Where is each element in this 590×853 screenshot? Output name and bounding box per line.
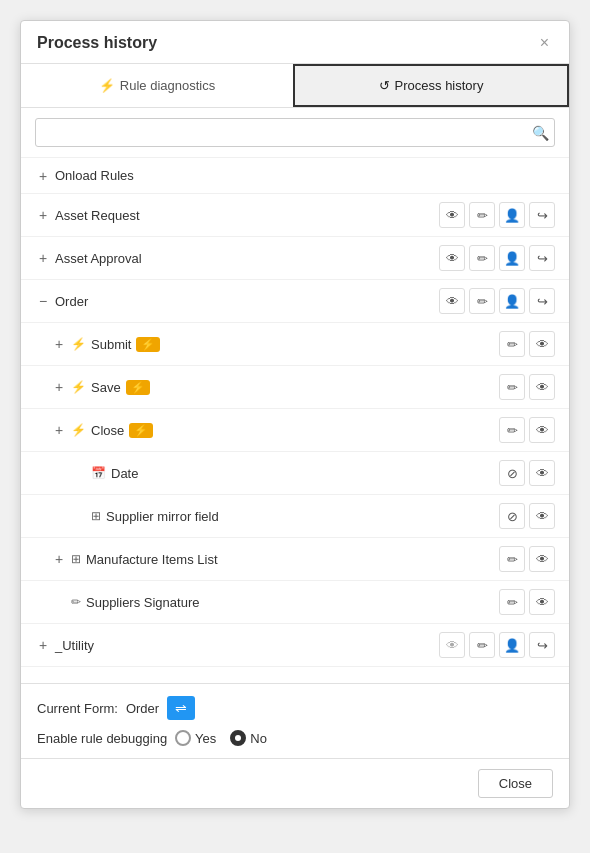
tab-bar: ⚡ Rule diagnostics ↺ Process history	[21, 64, 569, 108]
date-label: 📅 Date	[91, 466, 499, 481]
user-plus-icon[interactable]: 👤	[499, 288, 525, 314]
view-icon[interactable]: 👁	[529, 589, 555, 615]
edit-icon[interactable]: ✏	[469, 245, 495, 271]
grid-icon: ⊞	[71, 552, 81, 566]
close-item-actions: ✏ 👁	[499, 417, 555, 443]
view-icon[interactable]: 👁	[529, 460, 555, 486]
list-item: + Asset Approval 👁 ✏ 👤 ↪	[21, 237, 569, 280]
edit-icon[interactable]: ✏	[469, 288, 495, 314]
manufacture-actions: ✏ 👁	[499, 546, 555, 572]
expand-asset-request[interactable]: +	[35, 207, 51, 223]
edit-icon[interactable]: ✏	[499, 331, 525, 357]
submit-badge: ⚡	[136, 337, 160, 352]
lightning-icon: ⚡	[71, 423, 86, 437]
supplier-mirror-label: ⊞ Supplier mirror field	[91, 509, 499, 524]
expand-submit[interactable]: +	[51, 336, 67, 352]
share-icon[interactable]: ↪	[529, 202, 555, 228]
radio-no-circle	[230, 730, 246, 746]
view-icon[interactable]: 👁	[529, 331, 555, 357]
close-item-label: ⚡ Close ⚡	[71, 423, 499, 438]
expand-manufacture[interactable]: +	[51, 551, 67, 567]
lightning-icon: ⚡	[71, 380, 86, 394]
view-icon[interactable]: 👁	[529, 503, 555, 529]
view-icon[interactable]: 👁	[439, 245, 465, 271]
lightning-icon: ⚡	[71, 337, 86, 351]
view-icon[interactable]: 👁	[529, 546, 555, 572]
edit-icon[interactable]: ✏	[499, 546, 525, 572]
close-badge: ⚡	[129, 423, 153, 438]
radio-group: Yes No	[175, 730, 267, 746]
share-icon[interactable]: ↪	[529, 245, 555, 271]
history-icon: ↺	[379, 78, 390, 93]
list-area: + Onload Rules + Asset Request 👁 ✏ 👤 ↪ +…	[21, 158, 569, 683]
user-plus-icon[interactable]: 👤	[499, 245, 525, 271]
list-item: − Order 👁 ✏ 👤 ↪	[21, 280, 569, 323]
user-plus-icon[interactable]: 👤	[499, 632, 525, 658]
edit-icon[interactable]: ✏	[499, 417, 525, 443]
form-switch-button[interactable]: ⇌	[167, 696, 195, 720]
share-icon[interactable]: ↪	[529, 288, 555, 314]
submit-actions: ✏ 👁	[499, 331, 555, 357]
list-item: + ⚡ Save ⚡ ✏ 👁	[21, 366, 569, 409]
edit-icon[interactable]: ✏	[469, 202, 495, 228]
list-item: + Asset Request 👁 ✏ 👤 ↪	[21, 194, 569, 237]
radio-yes[interactable]: Yes	[175, 730, 216, 746]
list-item: + _Utility 👁 ✏ 👤 ↪	[21, 624, 569, 667]
debug-row: Enable rule debugging Yes No	[37, 730, 553, 746]
expand-asset-approval[interactable]: +	[35, 250, 51, 266]
suppliers-sig-actions: ✏ 👁	[499, 589, 555, 615]
tab-process-history[interactable]: ↺ Process history	[293, 64, 569, 107]
edit-icon[interactable]: ✏	[499, 589, 525, 615]
tab-rule-diagnostics-label: Rule diagnostics	[120, 78, 215, 93]
search-input[interactable]	[35, 118, 555, 147]
asset-approval-label: Asset Approval	[55, 251, 439, 266]
onload-rules-label: Onload Rules	[55, 168, 555, 183]
view-icon[interactable]: 👁	[439, 202, 465, 228]
close-button[interactable]: Close	[478, 769, 553, 798]
list-item: + Onload Rules	[21, 158, 569, 194]
submit-label: ⚡ Submit ⚡	[71, 337, 499, 352]
tab-process-history-label: Process history	[395, 78, 484, 93]
suppliers-sig-label: ✏ Suppliers Signature	[71, 595, 499, 610]
search-bar: 🔍	[21, 108, 569, 158]
list-item: + ⊞ Manufacture Items List ✏ 👁	[21, 538, 569, 581]
date-actions: ⊘ 👁	[499, 460, 555, 486]
calendar-icon: 📅	[91, 466, 106, 480]
save-actions: ✏ 👁	[499, 374, 555, 400]
manufacture-label: ⊞ Manufacture Items List	[71, 552, 499, 567]
edit-icon[interactable]: ✏	[469, 632, 495, 658]
current-form-row: Current Form: Order ⇌	[37, 696, 553, 720]
search-icon[interactable]: 🔍	[532, 125, 549, 141]
view-icon[interactable]: 👁	[439, 288, 465, 314]
asset-request-label: Asset Request	[55, 208, 439, 223]
list-item: + ✏ Suppliers Signature ✏ 👁	[21, 581, 569, 624]
expand-order[interactable]: −	[35, 293, 51, 309]
edit-icon[interactable]: ✏	[499, 374, 525, 400]
ban-icon[interactable]: ⊘	[499, 460, 525, 486]
list-item: + ⊞ Supplier mirror field ⊘ 👁	[21, 495, 569, 538]
lightning-icon: ⚡	[99, 78, 115, 93]
list-item: + ⚡ Submit ⚡ ✏ 👁	[21, 323, 569, 366]
order-actions: 👁 ✏ 👤 ↪	[439, 288, 555, 314]
user-plus-icon[interactable]: 👤	[499, 202, 525, 228]
view-icon[interactable]: 👁	[529, 417, 555, 443]
ban-icon[interactable]: ⊘	[499, 503, 525, 529]
expand-close-item[interactable]: +	[51, 422, 67, 438]
radio-no[interactable]: No	[230, 730, 267, 746]
current-form-value: Order	[126, 701, 159, 716]
eye-slash-icon[interactable]: 👁	[439, 632, 465, 658]
footer-area: Current Form: Order ⇌ Enable rule debugg…	[21, 683, 569, 758]
save-label: ⚡ Save ⚡	[71, 380, 499, 395]
expand-utility[interactable]: +	[35, 637, 51, 653]
expand-onload-rules[interactable]: +	[35, 168, 51, 184]
view-icon[interactable]: 👁	[529, 374, 555, 400]
tab-rule-diagnostics[interactable]: ⚡ Rule diagnostics	[21, 64, 293, 107]
process-history-dialog: Process history × ⚡ Rule diagnostics ↺ P…	[20, 20, 570, 809]
current-form-label: Current Form:	[37, 701, 118, 716]
close-x-button[interactable]: ×	[536, 33, 553, 53]
dialog-title: Process history	[37, 34, 157, 52]
debug-label: Enable rule debugging	[37, 731, 167, 746]
share-icon[interactable]: ↪	[529, 632, 555, 658]
expand-save[interactable]: +	[51, 379, 67, 395]
utility-label: _Utility	[55, 638, 439, 653]
